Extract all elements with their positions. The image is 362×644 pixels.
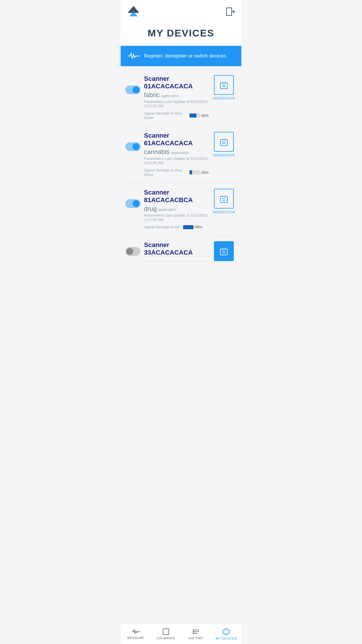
deregister-box-0 <box>214 75 234 95</box>
device-signal-row-2: Signal Strength is OK 99% <box>144 225 209 229</box>
deregister-btn-0[interactable]: DEREGISTER <box>212 75 236 100</box>
svg-rect-2 <box>226 8 232 15</box>
device-list: Scanner 01ACACACACA fabric application P… <box>121 66 241 265</box>
device-toggle-0[interactable] <box>125 85 140 94</box>
signal-text-2: Signal Strength is OK <box>144 225 180 229</box>
deregister-btn-2[interactable]: DEREGISTER <box>212 189 236 214</box>
device-card-1: Scanner 61ACACACACA cannabis application… <box>121 126 241 183</box>
device-info-0: Scanner 01ACACACACA fabric application P… <box>144 75 209 120</box>
deregister-box-1 <box>214 132 234 152</box>
deregister-box-3 <box>214 241 234 261</box>
svg-rect-9 <box>220 140 227 146</box>
device-info-2: Scanner 81ACACACBCA drug application Par… <box>144 189 209 229</box>
deregister-label-1: DEREGISTER <box>213 153 235 157</box>
page-title-section: MY DEVICES <box>121 22 241 46</box>
device-name-3: Scanner 33ACACACACA <box>144 241 209 256</box>
svg-rect-19 <box>220 249 227 255</box>
deregister-btn-3[interactable] <box>212 241 236 261</box>
battery-0: 66% <box>189 113 209 118</box>
info-banner: Register, deregister or switch devices. <box>121 46 241 66</box>
battery-1: 26% <box>189 170 209 175</box>
logout-button[interactable] <box>225 6 236 17</box>
svg-rect-14 <box>220 197 227 202</box>
device-toggle-1[interactable] <box>125 142 140 151</box>
device-card-3: Scanner 33ACACACACA <box>121 235 241 262</box>
device-name-1: Scanner 61ACACACACA <box>144 132 209 147</box>
device-last-update-2: Parameters Last Update at 5/31/2019, 3:1… <box>144 213 209 222</box>
header <box>121 0 241 22</box>
battery-2: 99% <box>183 225 202 229</box>
device-signal-row-1: Signal Strength is Very Good 26% <box>144 168 209 177</box>
device-app-0: fabric application <box>144 91 209 99</box>
signal-text-0: Signal Strength is Very Good <box>144 111 187 120</box>
device-toggle-3[interactable] <box>125 247 140 256</box>
battery-bar-1 <box>189 170 200 174</box>
page-title: MY DEVICES <box>121 27 241 39</box>
device-info-1: Scanner 61ACACACACA cannabis application… <box>144 132 209 177</box>
battery-pct-2: 99% <box>195 225 202 229</box>
battery-bar-0 <box>189 113 200 118</box>
banner-text: Register, deregister or switch devices. <box>144 53 227 59</box>
device-signal-row-0: Signal Strength is Very Good 66% <box>144 111 209 120</box>
deregister-label-0: DEREGISTER <box>213 97 235 100</box>
battery-pct-1: 26% <box>201 170 209 175</box>
device-name-0: Scanner 01ACACACACA <box>144 75 209 90</box>
device-info-3: Scanner 33ACACACACA <box>144 241 209 258</box>
app-logo <box>126 5 140 19</box>
battery-bar-2 <box>183 225 194 229</box>
deregister-btn-1[interactable]: DEREGISTER <box>212 132 236 157</box>
svg-rect-4 <box>220 83 227 89</box>
device-last-update-0: Parameters Last Update at 5/31/2019, 3:1… <box>144 99 209 108</box>
device-card-0: Scanner 01ACACACACA fabric application P… <box>121 69 241 126</box>
deregister-box-2 <box>214 189 234 209</box>
deregister-label-2: DEREGISTER <box>213 210 235 214</box>
battery-pct-0: 66% <box>201 113 209 118</box>
device-app-2: drug application <box>144 205 209 213</box>
device-app-1: cannabis application <box>144 148 209 156</box>
signal-text-1: Signal Strength is Very Good <box>144 168 187 177</box>
device-name-2: Scanner 81ACACACBCA <box>144 189 209 204</box>
device-toggle-2[interactable] <box>125 199 140 208</box>
device-last-update-1: Parameters Last Update at 5/31/2019, 3:1… <box>144 156 209 165</box>
waveform-icon <box>128 52 139 60</box>
device-card-2: Scanner 81ACACACBCA drug application Par… <box>121 183 241 235</box>
